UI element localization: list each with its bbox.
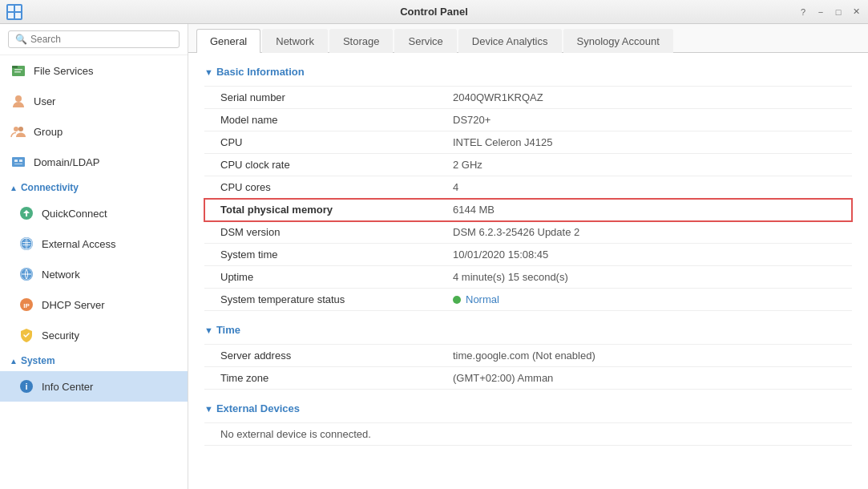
- security-label: Security: [42, 329, 79, 341]
- server-address-value: time.google.com (Not enabled): [445, 345, 852, 367]
- svg-rect-3: [15, 13, 21, 18]
- sidebar-item-network[interactable]: Network: [0, 259, 188, 289]
- table-row: Uptime 4 minute(s) 15 second(s): [204, 266, 852, 289]
- no-external-device-text: No external device is connected.: [204, 423, 852, 446]
- time-section-header[interactable]: ▼ Time: [204, 324, 852, 336]
- external-devices-section-header[interactable]: ▼ External Devices: [204, 402, 852, 414]
- user-label: User: [34, 95, 55, 107]
- external-access-icon: [18, 235, 35, 253]
- time-zone-label: Time zone: [204, 367, 445, 390]
- svg-rect-5: [12, 66, 18, 68]
- system-time-value: 10/01/2020 15:08:45: [445, 244, 852, 266]
- search-box[interactable]: 🔍: [8, 30, 180, 48]
- table-row: System time 10/01/2020 15:08:45: [204, 244, 852, 266]
- domain-label: Domain/LDAP: [34, 156, 99, 168]
- svg-rect-13: [19, 160, 22, 162]
- table-row: Server address time.google.com (Not enab…: [204, 345, 852, 367]
- dhcp-label: DHCP Server: [42, 299, 105, 311]
- sidebar-item-file-services[interactable]: File Services: [0, 55, 188, 86]
- info-panel: ▼ Basic Information Serial number 2040QW…: [188, 53, 868, 489]
- cpu-clock-value: 2 GHz: [445, 154, 852, 176]
- quickconnect-icon: [18, 204, 35, 222]
- tab-storage[interactable]: Storage: [329, 29, 394, 53]
- info-center-label: Info Center: [42, 381, 93, 393]
- tab-service[interactable]: Service: [394, 29, 456, 53]
- basic-info-section-header[interactable]: ▼ Basic Information: [204, 66, 852, 78]
- cpu-cores-label: CPU cores: [204, 176, 445, 199]
- svg-rect-14: [14, 164, 22, 164]
- tab-network[interactable]: Network: [262, 29, 328, 53]
- maximize-button[interactable]: □: [833, 6, 844, 18]
- sidebar-item-group[interactable]: Group: [0, 116, 188, 147]
- quickconnect-label: QuickConnect: [42, 208, 107, 220]
- network-label: Network: [42, 269, 80, 281]
- sidebar-item-domain[interactable]: Domain/LDAP: [0, 147, 188, 177]
- window-controls[interactable]: ? − □ ✕: [797, 6, 862, 18]
- svg-rect-0: [8, 6, 14, 11]
- file-services-label: File Services: [34, 65, 93, 77]
- table-row: CPU cores 4: [204, 176, 852, 199]
- close-button[interactable]: ✕: [850, 6, 862, 18]
- model-name-label: Model name: [204, 109, 445, 131]
- tab-general[interactable]: General: [196, 29, 260, 53]
- basic-info-label: Basic Information: [216, 66, 305, 78]
- connectivity-label: Connectivity: [21, 182, 79, 193]
- temp-status-label: System temperature status: [204, 289, 445, 311]
- cpu-clock-label: CPU clock rate: [204, 154, 445, 176]
- search-input[interactable]: [30, 34, 172, 45]
- serial-number-value: 2040QWR1KRQAZ: [445, 87, 852, 109]
- help-button[interactable]: ?: [797, 6, 809, 18]
- system-section[interactable]: ▲ System: [0, 350, 188, 371]
- table-row: Model name DS720+: [204, 109, 852, 131]
- system-label: System: [21, 355, 55, 366]
- group-label: Group: [34, 126, 63, 138]
- uptime-label: Uptime: [204, 266, 445, 289]
- model-name-value: DS720+: [445, 109, 852, 131]
- tab-bar: General Network Storage Service Device A…: [188, 24, 868, 53]
- dhcp-icon: IP: [18, 296, 35, 313]
- sidebar-item-security[interactable]: Security: [0, 320, 188, 350]
- external-devices-table: No external device is connected.: [204, 422, 852, 446]
- sidebar-item-external-access[interactable]: External Access: [0, 228, 188, 259]
- basic-info-table: Serial number 2040QWR1KRQAZ Model name D…: [204, 86, 852, 311]
- status-text: Normal: [466, 293, 499, 305]
- external-devices-chevron: ▼: [204, 404, 213, 414]
- time-chevron: ▼: [204, 325, 213, 335]
- cpu-cores-value: 4: [445, 176, 852, 199]
- security-icon: [18, 326, 35, 344]
- svg-text:i: i: [25, 382, 27, 391]
- serial-number-label: Serial number: [204, 87, 445, 109]
- table-row: No external device is connected.: [204, 423, 852, 446]
- sidebar-item-info-center[interactable]: i Info Center: [0, 371, 188, 402]
- group-icon: [10, 123, 27, 140]
- app-icon: [6, 4, 22, 20]
- sidebar-item-dhcp[interactable]: IP DHCP Server: [0, 289, 188, 320]
- svg-point-9: [14, 127, 18, 131]
- time-label: Time: [216, 324, 240, 336]
- external-access-label: External Access: [42, 238, 116, 250]
- total-memory-value: 6144 MB: [445, 199, 852, 221]
- main-layout: 🔍 File Services User Group: [0, 24, 868, 489]
- svg-text:IP: IP: [23, 302, 30, 309]
- minimize-button[interactable]: −: [815, 6, 826, 18]
- sidebar-item-quickconnect[interactable]: QuickConnect: [0, 198, 188, 228]
- sidebar-item-user[interactable]: User: [0, 86, 188, 116]
- content-area: General Network Storage Service Device A…: [188, 24, 868, 489]
- table-row-highlighted: Total physical memory 6144 MB: [204, 199, 852, 221]
- sidebar: 🔍 File Services User Group: [0, 24, 188, 489]
- cpu-value: INTEL Celeron J4125: [445, 131, 852, 154]
- temp-status-value: Normal: [445, 289, 852, 311]
- dsm-version-value: DSM 6.2.3-25426 Update 2: [445, 221, 852, 244]
- network-icon: [18, 265, 35, 283]
- connectivity-section[interactable]: ▲ Connectivity: [0, 177, 188, 198]
- status-dot-green: [453, 296, 461, 304]
- search-icon: 🔍: [15, 34, 27, 45]
- tab-device-analytics[interactable]: Device Analytics: [458, 29, 562, 53]
- titlebar-left: [6, 4, 22, 20]
- table-row: CPU clock rate 2 GHz: [204, 154, 852, 176]
- svg-rect-6: [14, 69, 22, 71]
- total-memory-label: Total physical memory: [204, 199, 445, 221]
- titlebar: Control Panel ? − □ ✕: [0, 0, 868, 24]
- svg-point-8: [15, 95, 22, 102]
- tab-synology-account[interactable]: Synology Account: [563, 29, 673, 53]
